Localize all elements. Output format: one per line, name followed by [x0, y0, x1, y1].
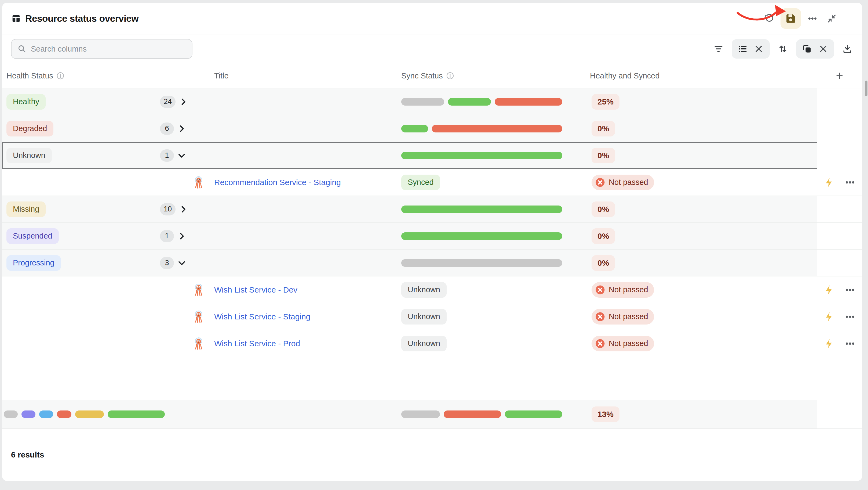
- entity-link[interactable]: Wish List Service - Staging: [214, 312, 310, 321]
- chevron-down-icon: [177, 151, 186, 160]
- check-status-chip: Not passed: [592, 309, 654, 324]
- service-octopus-icon: [194, 338, 204, 350]
- check-status-chip: Not passed: [592, 282, 654, 298]
- group-count-badge: 10: [160, 203, 176, 215]
- group-count-badge: 3: [160, 257, 174, 269]
- filter-icon[interactable]: [713, 44, 723, 54]
- x-circle-icon: [595, 312, 605, 322]
- health-status-chip: Progressing: [6, 255, 61, 271]
- list-icon[interactable]: [738, 44, 748, 54]
- table-row-unknown[interactable]: Unknown 1 0%: [2, 142, 862, 169]
- ellipsis-icon: [807, 13, 817, 24]
- entity-link[interactable]: Wish List Service - Prod: [214, 339, 300, 348]
- col-healthy-and-synced: Healthy and Synced: [590, 71, 660, 80]
- group-count-badge: 1: [160, 149, 174, 162]
- chevron-right-icon: [177, 124, 186, 133]
- group-count-badge: 6: [160, 122, 174, 135]
- x-circle-icon: [595, 285, 605, 295]
- widget-card: Resource status overview: [2, 3, 862, 481]
- row-menu-icon[interactable]: [845, 177, 856, 188]
- expand-toggle[interactable]: [177, 258, 186, 267]
- table-row-entity[interactable]: Wish List Service - Staging Unknown Not …: [2, 303, 862, 330]
- table-icon: [12, 14, 21, 23]
- table-row-degraded[interactable]: Degraded 6 0%: [2, 115, 862, 142]
- plus-icon: [835, 71, 844, 80]
- search-box: [11, 39, 192, 59]
- group-by-icon[interactable]: [802, 44, 812, 54]
- check-status-chip: Not passed: [592, 175, 654, 190]
- col-health-status: Health Status: [6, 71, 53, 80]
- table-row-healthy[interactable]: Healthy 24 25%: [2, 88, 862, 115]
- row-menu-icon[interactable]: [845, 338, 856, 349]
- entity-link[interactable]: Wish List Service - Dev: [214, 285, 298, 294]
- reset-button[interactable]: [761, 11, 777, 26]
- x-circle-icon: [595, 339, 605, 348]
- health-status-chip: Unknown: [6, 148, 52, 163]
- save-button[interactable]: [780, 8, 801, 29]
- sort-icon[interactable]: [778, 44, 788, 54]
- collapse-icon: [827, 13, 837, 24]
- download-icon[interactable]: [842, 44, 852, 54]
- healthy-synced-chip: 0%: [592, 201, 615, 217]
- healthy-synced-chip: 0%: [592, 255, 615, 271]
- table-row-missing[interactable]: Missing 10 0%: [2, 196, 862, 223]
- sync-status-bar: [401, 152, 562, 159]
- chevron-right-icon: [177, 232, 186, 241]
- expand-toggle[interactable]: [177, 124, 186, 133]
- empty-area: [2, 357, 862, 400]
- chevron-right-icon: [179, 97, 188, 106]
- health-status-chip: Degraded: [6, 121, 54, 137]
- summary-row: 13%: [2, 400, 862, 429]
- run-action-icon[interactable]: [824, 285, 834, 295]
- table-row-progressing[interactable]: Progressing 3 0%: [2, 249, 862, 276]
- clear-group-by-icon[interactable]: [818, 44, 828, 54]
- health-status-chip: Missing: [6, 201, 45, 217]
- undo-icon: [764, 13, 774, 24]
- chevron-down-icon: [177, 258, 186, 267]
- col-sync-status: Sync Status: [401, 71, 443, 80]
- info-icon[interactable]: [446, 72, 454, 80]
- group-count-badge: 1: [160, 230, 174, 242]
- vertical-scrollbar[interactable]: [865, 81, 867, 96]
- table-row-entity[interactable]: Wish List Service - Prod Unknown Not pas…: [2, 330, 862, 357]
- add-column-button[interactable]: [832, 68, 847, 83]
- table-row-entity[interactable]: Wish List Service - Dev Unknown Not pass…: [2, 276, 862, 303]
- run-action-icon[interactable]: [824, 311, 834, 322]
- collapse-widget-button[interactable]: [824, 11, 840, 26]
- health-status-chip: Suspended: [6, 228, 59, 244]
- health-status-summary-bar: [4, 410, 165, 418]
- row-menu-icon[interactable]: [845, 311, 856, 322]
- list-view-pill: [732, 39, 770, 59]
- expand-toggle[interactable]: [179, 205, 188, 214]
- sync-status-bar: [401, 98, 562, 106]
- service-octopus-icon: [194, 284, 204, 296]
- run-action-icon[interactable]: [824, 177, 834, 188]
- search-icon: [18, 44, 27, 54]
- search-input[interactable]: [31, 45, 186, 54]
- expand-toggle[interactable]: [177, 151, 186, 160]
- toolbar-right: [713, 39, 852, 59]
- healthy-synced-chip: 0%: [592, 121, 615, 137]
- x-circle-icon: [595, 178, 605, 187]
- titlebar-actions: [761, 8, 852, 29]
- entity-link[interactable]: Recommendation Service - Staging: [214, 178, 341, 187]
- more-options-button[interactable]: [805, 11, 820, 26]
- service-octopus-icon: [194, 311, 204, 323]
- widget-titlebar: Resource status overview: [2, 3, 862, 34]
- table-row-suspended[interactable]: Suspended 1 0%: [2, 223, 862, 249]
- save-icon: [785, 13, 796, 24]
- info-icon[interactable]: [56, 72, 64, 80]
- healthy-synced-chip: 25%: [592, 94, 619, 110]
- sync-status-bar: [401, 232, 562, 240]
- healthy-synced-chip: 0%: [592, 148, 615, 163]
- table-row-entity[interactable]: Recommendation Service - Staging Synced …: [2, 169, 862, 196]
- sync-status-chip: Synced: [401, 175, 440, 190]
- group-count-badge: 24: [160, 96, 176, 108]
- expand-toggle[interactable]: [179, 97, 188, 106]
- row-menu-icon[interactable]: [845, 285, 856, 295]
- expand-toggle[interactable]: [177, 232, 186, 241]
- sync-status-chip: Unknown: [401, 309, 446, 324]
- page-title: Resource status overview: [25, 13, 138, 24]
- run-action-icon[interactable]: [824, 338, 834, 349]
- clear-list-view-icon[interactable]: [754, 44, 764, 54]
